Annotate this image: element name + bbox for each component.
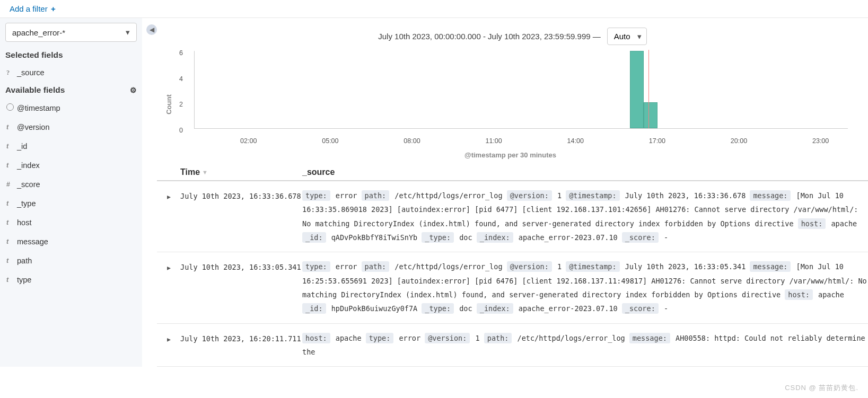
text-type-icon: t [6, 143, 17, 150]
expand-row-button[interactable]: ▸ [157, 260, 180, 315]
time-range-label: July 10th 2023, 00:00:00.000 - July 10th… [378, 32, 600, 41]
interval-select[interactable]: Auto [607, 28, 647, 45]
ytick: 2 [179, 101, 183, 108]
field-name: message [17, 237, 48, 246]
chevron-left-icon: ◀ [150, 26, 154, 33]
field-name: @version [17, 123, 49, 131]
histogram-chart[interactable]: Count 6420 02:0005:0008:0011:0014:0017:0… [157, 49, 868, 159]
xtick: 14:00 [567, 137, 584, 145]
field-tag: @timestamp: [566, 190, 619, 201]
doc-table: Time ▼ _source ▸July 10th 2023, 16:33:36… [157, 164, 868, 367]
field-name: _type [17, 199, 36, 208]
field-name: _source [17, 68, 45, 77]
table-row: ▸July 10th 2023, 16:33:36.678type: error… [157, 181, 868, 252]
field-item-path[interactable]: tpath [0, 251, 142, 270]
field-item-type[interactable]: t_type [0, 194, 142, 213]
available-fields-title: Available fields [5, 85, 65, 95]
field-tag: @version: [425, 333, 470, 343]
field-tag: path: [362, 261, 390, 272]
field-tag: _type: [422, 303, 454, 314]
xtick: 05:00 [322, 137, 338, 145]
xtick: 11:00 [485, 137, 502, 145]
expand-row-button[interactable]: ▸ [157, 189, 180, 244]
field-name: @timestamp [17, 104, 60, 112]
field-tag: _score: [622, 303, 659, 314]
field-item-id[interactable]: t_id [0, 137, 142, 156]
ytick: 4 [179, 75, 183, 83]
field-tag: path: [362, 190, 390, 201]
row-source: host: apache type: error @version: 1 pat… [302, 331, 868, 359]
ytick: 6 [179, 49, 183, 57]
field-tag: host: [785, 289, 813, 300]
clock-icon [6, 103, 17, 112]
histogram-bar[interactable] [630, 51, 644, 128]
expand-row-button[interactable]: ▸ [157, 331, 180, 359]
field-item-host[interactable]: thost [0, 213, 142, 232]
text-type-icon: t [6, 123, 17, 131]
field-tag: message: [629, 333, 670, 343]
field-tag: _id: [302, 303, 326, 314]
xtick: 20:00 [731, 137, 747, 145]
add-filter-label: Add a filter [10, 4, 48, 13]
table-row: ▸July 10th 2023, 16:33:05.341type: error… [157, 252, 868, 323]
text-type-icon: t [6, 219, 17, 226]
index-pattern-select[interactable]: apache_error-* ▾ [5, 23, 137, 42]
index-pattern-value: apache_error-* [12, 28, 65, 37]
histogram-bar[interactable] [644, 102, 657, 128]
field-tag: type: [302, 261, 330, 272]
field-tag: type: [302, 190, 330, 201]
plus-icon: + [51, 4, 56, 13]
text-type-icon: t [6, 162, 17, 169]
chart-xlabel: @timestamp per 30 minutes [173, 151, 848, 159]
main-content: July 10th 2023, 00:00:00.000 - July 10th… [157, 18, 868, 367]
field-tag: @version: [507, 190, 552, 201]
caret-down-icon: ▾ [126, 28, 130, 37]
chart-ylabel: Count [165, 94, 173, 114]
collapse-sidebar-button[interactable]: ◀ [146, 24, 157, 35]
field-tag: host: [302, 333, 330, 343]
table-row: ▸July 10th 2023, 16:20:11.711host: apach… [157, 324, 868, 367]
field-item-version[interactable]: t@version [0, 118, 142, 137]
text-type-icon: t [6, 238, 17, 245]
available-fields-header: Available fields ⚙ [0, 82, 142, 98]
time-marker [648, 50, 649, 128]
column-source[interactable]: _source [302, 167, 335, 177]
unknown-type-icon: ? [6, 69, 17, 77]
xtick: 23:00 [812, 137, 829, 145]
field-tag: message: [750, 261, 791, 272]
field-name: host [17, 218, 31, 227]
field-tag: _index: [477, 303, 513, 314]
field-name: _score [17, 180, 40, 189]
text-type-icon: t [6, 257, 17, 264]
row-time: July 10th 2023, 16:20:11.711 [180, 331, 302, 359]
xtick: 02:00 [240, 137, 257, 145]
add-filter-button[interactable]: Add a filter + [10, 4, 56, 13]
field-tag: @version: [507, 261, 552, 272]
xtick: 08:00 [404, 137, 420, 145]
field-name: _index [17, 161, 40, 170]
field-item-index[interactable]: t_index [0, 156, 142, 175]
number-type-icon: # [6, 181, 17, 188]
field-item-type[interactable]: ttype [0, 270, 142, 289]
field-tag: message: [750, 190, 791, 201]
field-name: path [17, 257, 32, 265]
xtick: 17:00 [649, 137, 665, 145]
field-item-timestamp[interactable]: @timestamp [0, 98, 142, 118]
field-name: _id [17, 142, 27, 151]
field-tag: path: [484, 333, 512, 343]
gear-icon[interactable]: ⚙ [130, 86, 137, 94]
field-item-source[interactable]: ?_source [0, 63, 142, 82]
field-tag: _id: [302, 232, 326, 243]
selected-fields-title: Selected fields [0, 47, 142, 63]
field-item-score[interactable]: #_score [0, 175, 142, 194]
row-source: type: error path: /etc/httpd/logs/error_… [302, 260, 868, 315]
text-type-icon: t [6, 200, 17, 207]
field-item-message[interactable]: tmessage [0, 232, 142, 251]
field-tag: _index: [477, 232, 513, 243]
field-tag: type: [366, 333, 394, 343]
row-time: July 10th 2023, 16:33:36.678 [180, 189, 302, 244]
fields-sidebar: apache_error-* ▾ Selected fields ?_sourc… [0, 18, 142, 367]
ytick: 0 [179, 127, 183, 134]
text-type-icon: t [6, 276, 17, 284]
column-time[interactable]: Time ▼ [180, 167, 302, 177]
